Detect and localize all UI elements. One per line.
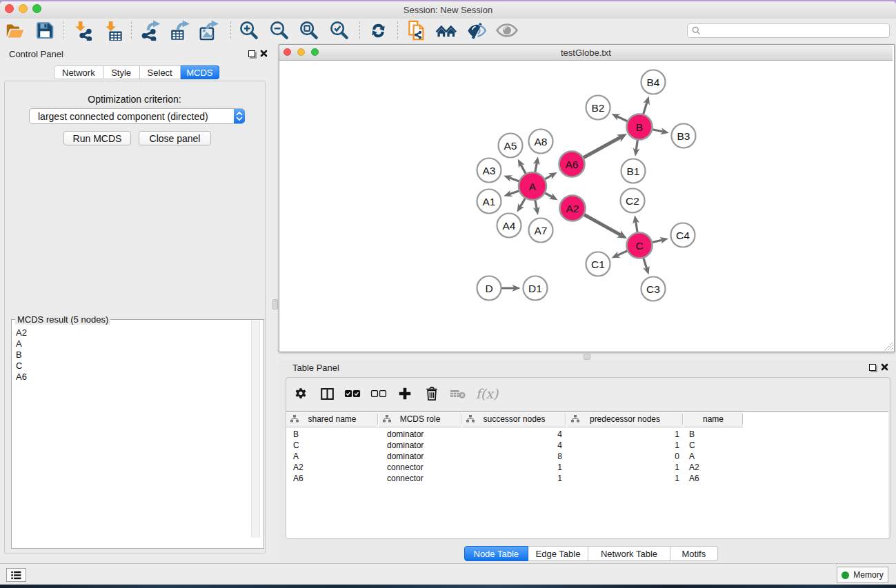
graph-node-label: A2	[566, 203, 579, 214]
column-header-predecessor-nodes[interactable]: predecessor nodes	[567, 412, 683, 427]
memory-button[interactable]: Memory	[837, 567, 888, 583]
network-window-titlebar[interactable]: testGlobe.txt	[279, 45, 893, 61]
tab-network[interactable]: Network	[54, 65, 103, 79]
float-panel-icon[interactable]	[248, 50, 255, 57]
zoom-in-icon	[239, 20, 259, 41]
table-settings-button[interactable]	[291, 384, 310, 403]
table-cell[interactable]: C	[293, 440, 379, 451]
tab-node-table[interactable]: Node Table	[464, 546, 528, 561]
vertical-splitter[interactable]	[269, 41, 279, 562]
result-list-item[interactable]: A	[12, 338, 263, 349]
close-panel-button[interactable]: Close panel	[139, 131, 211, 145]
resize-grip-icon[interactable]	[884, 342, 893, 351]
table-cell[interactable]: A6	[293, 473, 379, 484]
close-panel-icon[interactable]	[260, 50, 268, 57]
show-panel-eye-button[interactable]	[496, 19, 518, 41]
table-cell[interactable]: connector	[387, 462, 462, 473]
desktop-background	[0, 585, 896, 588]
function-builder-button-disabled[interactable]: f(x)	[473, 384, 501, 403]
network-graph-canvas[interactable]: AA1A2A3A4A5A6A7A8BB1B2B3B4CC1C2C3C4DD1	[279, 61, 893, 351]
export-image-button[interactable]	[198, 19, 220, 41]
table-cell[interactable]: A	[293, 451, 379, 462]
import-network-button[interactable]	[72, 19, 94, 41]
table-cell[interactable]: 1	[462, 473, 562, 484]
network-view-window[interactable]: testGlobe.txt AA1A2A3A4A5A6A7A8BB1B2B3B4…	[279, 44, 895, 352]
splitter-handle[interactable]	[272, 299, 278, 310]
delete-column-button[interactable]	[422, 384, 441, 403]
import-table-button[interactable]	[103, 19, 125, 41]
memory-status-dot	[842, 571, 849, 579]
table-cell[interactable]: dominator	[387, 451, 462, 462]
select-all-button[interactable]	[343, 384, 362, 403]
table-cell[interactable]: A6	[689, 473, 744, 484]
graph-node-label: B	[636, 121, 643, 133]
status-list-button[interactable]	[6, 568, 26, 582]
split-view-button[interactable]	[317, 384, 337, 403]
result-scrollbar[interactable]	[251, 321, 260, 538]
zoom-out-button[interactable]	[268, 19, 290, 41]
horizontal-splitter-handle[interactable]	[584, 354, 590, 360]
table-cell[interactable]: A	[689, 451, 744, 462]
open-session-button[interactable]	[3, 19, 26, 41]
table-cell[interactable]: 1	[567, 462, 679, 473]
table-cell[interactable]: C	[689, 440, 744, 451]
graph-node-label: B3	[677, 130, 690, 142]
zoom-in-button[interactable]	[238, 19, 260, 41]
add-column-button[interactable]	[395, 384, 415, 403]
toolbar-separator	[359, 21, 360, 39]
deselect-all-button[interactable]	[369, 384, 388, 403]
table-cell[interactable]: 1	[567, 440, 679, 451]
search-box[interactable]	[687, 23, 890, 38]
close-table-panel-icon[interactable]	[881, 363, 888, 371]
tab-select[interactable]: Select	[140, 65, 181, 79]
table-cell[interactable]: B	[293, 429, 379, 440]
table-cell[interactable]: B	[689, 429, 744, 440]
save-session-button[interactable]	[34, 19, 56, 41]
refresh-button[interactable]	[367, 19, 389, 41]
graph-node-label: A8	[535, 136, 548, 148]
tab-motifs[interactable]: Motifs	[670, 546, 719, 561]
graph-node-label: A6	[566, 159, 579, 170]
search-input[interactable]	[701, 25, 889, 37]
result-list-item[interactable]: B	[12, 349, 263, 361]
toolbar-separator	[397, 21, 398, 39]
result-list-item[interactable]: A6	[12, 372, 263, 383]
zoom-fit-button[interactable]	[298, 19, 320, 41]
table-cell[interactable]: A2	[689, 462, 744, 473]
run-mcds-button[interactable]: Run MCDS	[63, 131, 131, 145]
column-header-successor-nodes[interactable]: successor nodes	[462, 412, 566, 427]
table-cell[interactable]: 1	[462, 462, 562, 473]
table-cell[interactable]: dominator	[387, 429, 462, 440]
column-header-name[interactable]: name	[684, 412, 743, 427]
home-button[interactable]	[435, 19, 457, 41]
column-header-MCDS-role[interactable]: MCDS role	[379, 412, 461, 427]
table-cell[interactable]: connector	[387, 473, 462, 484]
tab-edge-table[interactable]: Edge Table	[528, 546, 589, 561]
tab-style[interactable]: Style	[103, 65, 140, 79]
table-cell[interactable]: 0	[567, 451, 679, 462]
table-cell[interactable]: 4	[462, 440, 562, 451]
float-table-panel-icon[interactable]	[869, 364, 876, 371]
table-cell[interactable]: 8	[462, 451, 562, 462]
tab-mcds[interactable]: MCDS	[181, 65, 219, 79]
delete-table-button-disabled[interactable]	[448, 384, 468, 403]
mcds-result-list[interactable]: A2ABCA6	[12, 320, 263, 548]
list-icon	[11, 571, 21, 580]
table-cell[interactable]: dominator	[387, 440, 462, 451]
criterion-dropdown[interactable]: largest connected component (directed)	[29, 108, 245, 124]
export-table-button[interactable]	[169, 19, 191, 41]
table-cell[interactable]: A2	[293, 462, 379, 473]
column-header-shared-name[interactable]: shared name	[286, 412, 378, 427]
table-cell[interactable]: 4	[462, 429, 562, 440]
export-network-button[interactable]	[140, 19, 162, 41]
zoom-selected-button[interactable]	[328, 19, 350, 41]
network-file-share-button[interactable]	[406, 19, 428, 41]
result-list-item[interactable]: C	[12, 361, 263, 372]
node-table[interactable]: shared nameMCDS rolesuccessor nodesprede…	[286, 411, 888, 539]
titlebar[interactable]: Session: New Session	[0, 1, 896, 19]
result-list-item[interactable]: A2	[12, 327, 263, 338]
hide-panel-eye-button[interactable]	[466, 19, 488, 41]
tab-network-table[interactable]: Network Table	[588, 546, 670, 561]
table-cell[interactable]: 1	[567, 429, 679, 440]
table-cell[interactable]: 1	[567, 473, 679, 484]
